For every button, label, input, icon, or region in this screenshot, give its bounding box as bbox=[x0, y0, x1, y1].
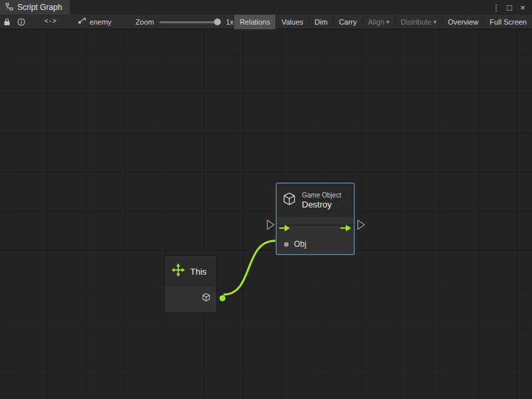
distribute-dropdown[interactable]: Distribute ▾ bbox=[395, 15, 442, 29]
control-output-port[interactable] bbox=[340, 222, 351, 234]
this-move-icon bbox=[172, 263, 185, 279]
values-button[interactable]: Values bbox=[275, 15, 309, 29]
lock-icon[interactable] bbox=[0, 15, 15, 29]
zoom-control: Zoom 1x bbox=[136, 18, 234, 26]
graph-asset[interactable]: enemy bbox=[78, 17, 112, 26]
node-destroy-header: Game Object Destroy bbox=[277, 184, 354, 217]
wire-layer bbox=[0, 29, 532, 399]
zoom-slider-thumb[interactable] bbox=[214, 19, 221, 25]
wire-this-to-destroy bbox=[223, 241, 275, 295]
graph-canvas[interactable]: Game Object Destroy bbox=[0, 29, 532, 399]
node-title: This bbox=[190, 267, 207, 277]
chevron-down-icon: ▾ bbox=[386, 19, 390, 25]
relations-button[interactable]: Relations bbox=[233, 15, 275, 29]
insert-node-icon[interactable]: <·> bbox=[43, 15, 58, 29]
toolbar-buttons: Relations Values Dim Carry Align ▾ Distr… bbox=[233, 15, 532, 29]
graph-pointer-icon bbox=[78, 17, 86, 26]
zoom-value: 1x bbox=[226, 18, 234, 26]
control-ports-row bbox=[277, 217, 354, 234]
node-title: Destroy bbox=[302, 200, 341, 209]
external-output-triangle-icon bbox=[358, 220, 364, 229]
zoom-slider[interactable] bbox=[160, 18, 221, 26]
node-this[interactable]: This bbox=[164, 255, 217, 313]
tab-script-graph[interactable]: Script Graph bbox=[0, 0, 70, 15]
maximize-icon[interactable]: □ bbox=[504, 3, 515, 13]
obj-port-label: Obj bbox=[294, 239, 307, 249]
align-dropdown[interactable]: Align ▾ bbox=[362, 15, 395, 29]
fullscreen-button[interactable]: Full Screen bbox=[483, 15, 532, 29]
obj-input-port[interactable] bbox=[284, 242, 289, 247]
value-input-row: Obj bbox=[277, 234, 354, 254]
node-this-header: This bbox=[165, 256, 216, 287]
game-object-cube-icon bbox=[282, 192, 297, 209]
node-destroy[interactable]: Game Object Destroy bbox=[276, 183, 354, 255]
gameobject-output-port[interactable] bbox=[219, 295, 225, 301]
control-input-port[interactable] bbox=[279, 222, 290, 234]
chevron-down-icon: ▾ bbox=[434, 19, 437, 25]
carry-button[interactable]: Carry bbox=[333, 15, 362, 29]
dim-button[interactable]: Dim bbox=[309, 15, 333, 29]
script-graph-window: Script Graph ⋮ □ × <·> bbox=[0, 0, 532, 399]
tab-title: Script Graph bbox=[17, 3, 62, 12]
script-graph-icon bbox=[5, 3, 13, 13]
zoom-slider-track bbox=[160, 21, 221, 23]
game-object-cube-icon bbox=[201, 293, 211, 305]
zoom-label: Zoom bbox=[136, 18, 154, 26]
overview-button[interactable]: Overview bbox=[442, 15, 484, 29]
graph-toolbar: <·> enemy Zoom 1x Relations bbox=[0, 15, 532, 29]
graph-name: enemy bbox=[90, 18, 112, 26]
window-controls: ⋮ □ × bbox=[491, 3, 532, 13]
menu-kebab-icon[interactable]: ⋮ bbox=[491, 3, 501, 13]
node-category: Game Object bbox=[302, 192, 341, 199]
close-icon[interactable]: × bbox=[517, 3, 528, 13]
info-icon[interactable] bbox=[15, 15, 29, 29]
external-input-triangle-icon bbox=[267, 220, 274, 229]
node-this-body bbox=[165, 287, 216, 313]
titlebar: Script Graph ⋮ □ × bbox=[0, 0, 532, 15]
